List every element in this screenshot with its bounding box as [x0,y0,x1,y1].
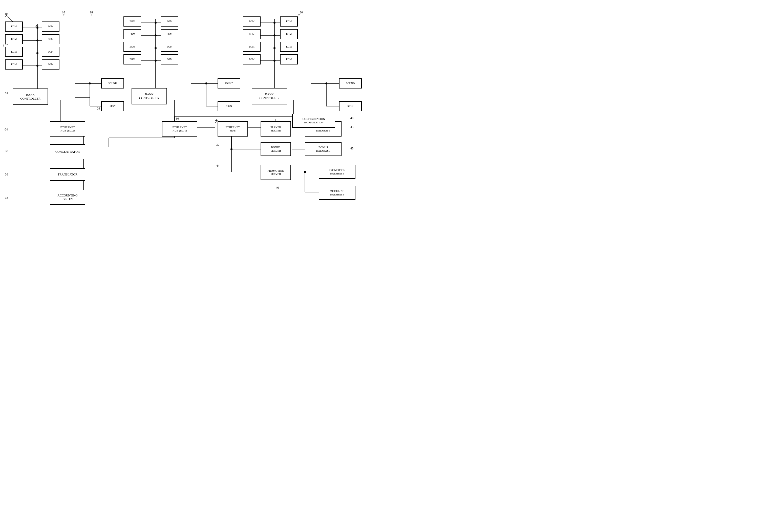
egm-r3-right: EGM [280,42,298,52]
egm-l1-right: EGM [42,22,59,32]
egm-r4-right: EGM [280,54,298,64]
egm-l4-right: EGM [42,59,59,69]
egm-m4-left: EGM [124,54,141,64]
arrow-20: ↙ [298,13,300,16]
svg-point-35 [155,60,157,62]
egm-m4-right: EGM [161,54,178,64]
label-22: 22 [36,24,39,28]
svg-point-55 [273,35,275,37]
svg-point-34 [155,47,157,49]
egm-r1-left: EGM [243,16,261,27]
configuration-workstation: CONFIGURATION WORKSTATION [292,114,335,128]
svg-point-61 [325,82,327,84]
promotion-database: PROMOTION DATABASE [319,165,356,179]
label-43: 43 [350,125,353,129]
bank-controller-left: BANK CONTROLLER [13,88,48,105]
arrow-18: ↙ [91,13,93,16]
label-46: 46 [276,186,279,190]
egm-r3-left: EGM [243,42,261,52]
sound-left: SOUND [101,78,124,88]
egm-r2-right: EGM [280,29,298,39]
egm-r4-left: EGM [243,54,261,64]
egm-m2-right: EGM [161,29,178,39]
brace-12: { [3,44,5,47]
svg-point-56 [273,47,275,49]
brace-34: { [3,129,5,133]
sign-left: SIGN [101,101,124,111]
svg-point-11 [37,52,39,54]
egm-l3-left: EGM [5,47,23,57]
translator: TRANSLATOR [50,168,85,181]
bonus-server: BONUS SERVER [261,142,291,156]
egm-r2-left: EGM [243,29,261,39]
label-39: 39 [216,143,219,147]
egm-m1-left: EGM [124,16,141,27]
concentrator: CONCENTRATOR [50,144,85,159]
bank-controller-middle: BANK CONTROLLER [132,88,167,104]
ethernet-hub-main: ETHERNET HUB [218,121,248,136]
sign-right: SIGN [339,101,362,111]
egm-l2-right: EGM [42,34,59,44]
egm-l1-left: EGM [5,22,23,32]
svg-point-12 [37,65,39,67]
egm-l3-right: EGM [42,47,59,57]
diagram: 10 ↗ 12 { 16 ↙ 18 ↙ 20 ↙ 22 24 28 30 32 … [0,0,382,266]
label-45: 45 [350,147,353,150]
label-44: 44 [216,164,219,168]
bank-controller-right: BANK CONTROLLER [252,88,287,104]
svg-point-39 [205,82,207,84]
svg-point-57 [273,60,275,62]
egm-m3-left: EGM [124,42,141,52]
sound-middle: SOUND [218,78,240,88]
ethernet-hub-bc2: ETHERNET HUB (BC/2) [50,121,85,136]
svg-point-84 [304,171,306,173]
modeling-database: MODELING DATABASE [319,186,356,200]
svg-point-33 [155,35,157,37]
promotion-server: PROMOTION SERVER [261,165,291,180]
ethernet-hub-bc1: ETHERNET HUB (BC/1) [162,121,197,136]
label-32: 32 [5,149,8,153]
svg-point-80 [231,148,233,150]
sound-right: SOUND [339,78,362,88]
arrow-16: ↙ [63,13,65,16]
label-36: 36 [5,173,8,176]
arrow-42: ↙ [215,120,217,124]
svg-point-16 [89,82,91,84]
bonus-database: BONUS DATABASE [305,142,342,156]
svg-point-32 [155,22,157,24]
egm-l4-left: EGM [5,59,23,69]
svg-point-54 [273,22,275,24]
egm-r1-right: EGM [280,16,298,27]
sign-middle: SIGN [218,101,240,111]
label-40: 40 [350,116,353,120]
label-38: 38 [5,196,8,200]
label-28: 28 [97,107,100,111]
label-34: 34 [5,128,8,132]
egm-l2-left: EGM [5,34,23,44]
player-server: PLAYER SERVER [261,121,291,136]
egm-m2-left: EGM [124,29,141,39]
egm-m1-right: EGM [161,16,178,27]
egm-m3-right: EGM [161,42,178,52]
label-30: 30 [176,117,179,121]
accounting-system: ACCOUNTING SYSTEM [50,190,85,205]
arrow-10: ↗ [5,14,8,18]
label-24: 24 [5,92,8,95]
svg-point-10 [37,40,39,42]
